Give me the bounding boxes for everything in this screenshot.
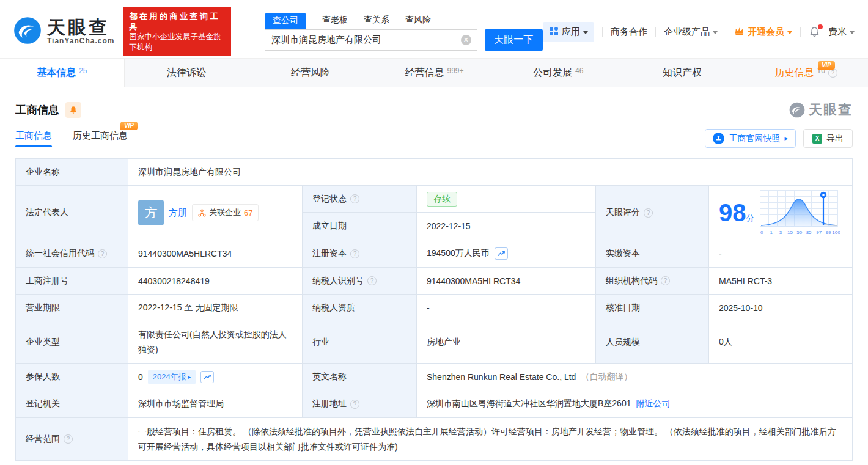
field-label: 实缴资本	[596, 240, 709, 268]
help-icon[interactable]: ?	[98, 249, 107, 258]
score-cell: 98分 0	[709, 186, 852, 240]
field-label: 核准日期	[596, 295, 709, 321]
english-name-cell: Shenzhen Runkun Real Estate Co., Ltd （自动…	[417, 364, 852, 390]
help-icon[interactable]: ?	[350, 194, 359, 203]
tab-operation-risk[interactable]: 经营风险	[248, 59, 372, 87]
enterprise-menu[interactable]: 企业级产品	[664, 26, 718, 38]
english-name: Shenzhen Runkun Real Estate Co., Ltd	[427, 372, 576, 382]
reg-capital-cell: 194500万人民币	[417, 240, 596, 268]
user-menu[interactable]: 费米	[828, 26, 855, 38]
search-tab-relation[interactable]: 查关系	[364, 13, 389, 29]
paid-capital: -	[709, 240, 852, 268]
official-snapshot-button[interactable]: 工商官网快照 ▸	[705, 129, 796, 148]
search-tab-risk[interactable]: 查风险	[405, 13, 431, 29]
insured-cell: 0 2024年报 ▸	[128, 364, 303, 390]
crown-icon	[734, 26, 745, 37]
business-info-table: 企业名称 深圳市润昆房地产有限公司 法定代表人 方 方朋 关联企业 67 登记状…	[15, 158, 853, 461]
avatar[interactable]: 方	[138, 200, 164, 225]
watermark-logo-icon	[789, 102, 805, 118]
tab-legal-litigation[interactable]: 法律诉讼	[125, 59, 249, 87]
field-label: 人员规模	[596, 321, 709, 364]
search-button[interactable]: 天眼一下	[485, 29, 543, 51]
nearby-companies-link[interactable]: 附近公司	[636, 398, 670, 409]
page-title: 工商信息	[15, 103, 59, 117]
export-button[interactable]: X 导出	[803, 129, 853, 148]
tab-history-info[interactable]: VIP 历史信息 10 ?	[744, 59, 868, 87]
field-label: 工商注册号	[16, 268, 128, 295]
tab-intellectual-property[interactable]: 知识产权	[620, 59, 745, 87]
field-label: 纳税人识别号 ?	[303, 268, 417, 295]
annual-report-badge[interactable]: 2024年报 ▸	[148, 370, 196, 384]
help-icon[interactable]: ?	[350, 400, 359, 409]
arrow-right-icon: ▸	[188, 374, 191, 380]
stamp-icon	[713, 133, 724, 144]
cooperation-menu[interactable]: 商务合作	[611, 26, 647, 38]
apps-label: 应用	[562, 26, 580, 38]
subscribe-bell-button[interactable]	[65, 102, 81, 118]
notification-dot	[818, 24, 823, 29]
search-area: 查公司 查老板 查关系 查风险 ✕ 天眼一下	[265, 13, 543, 51]
search-tab-company[interactable]: 查公司	[265, 13, 306, 29]
related-companies-badge[interactable]: 关联企业 67	[192, 204, 259, 221]
slogan-line2: 国家中小企业发展子基金旗下机构	[129, 32, 225, 53]
tab-company-development[interactable]: 公司发展 46	[496, 59, 620, 87]
notification-bell[interactable]	[809, 26, 820, 38]
field-label: 天眼评分 ?	[596, 186, 709, 240]
trend-chart-icon[interactable]	[200, 371, 214, 383]
business-term: 2022-12-15 至 无固定期限	[128, 295, 303, 321]
taxpayer-id: 91440300MA5HLRCT34	[417, 268, 596, 295]
tab-basic-info[interactable]: 基本信息 25	[0, 59, 125, 87]
help-icon[interactable]: ?	[350, 249, 359, 258]
help-icon[interactable]: ?	[367, 276, 377, 285]
vip-menu[interactable]: 开通会员	[734, 26, 792, 38]
subtab-business-info[interactable]: 工商信息	[15, 130, 52, 147]
subtab-history-business-info[interactable]: 历史工商信息 VIP	[73, 130, 128, 147]
help-icon[interactable]: ?	[661, 276, 670, 285]
field-label: 法定代表人	[16, 186, 128, 240]
reg-status-cell: 存续	[417, 186, 596, 213]
staff-size: 0人	[709, 321, 852, 364]
field-label: 登记状态 ?	[303, 186, 417, 213]
vip-badge: VIP	[818, 61, 835, 70]
subtab-row: 工商信息 历史工商信息 VIP 工商官网快照 ▸ X 导出	[15, 129, 853, 148]
field-label: 参保人数	[16, 364, 128, 390]
header-menu: 应用 商务合作 企业级产品 开通会员 费米	[543, 22, 855, 42]
chevron-down-icon	[583, 31, 588, 34]
apps-menu[interactable]: 应用	[543, 22, 594, 42]
main-nav: 基本信息 25 法律诉讼 经营风险 经营信息 999+ 公司发展 46 知识产权…	[0, 58, 868, 87]
company-name: 深圳市润昆房地产有限公司	[128, 159, 852, 186]
header: 天眼查 TianYanCha.com 都在用的商业查询工具 国家中小企业发展子基…	[0, 5, 868, 58]
brand-slogan-badge: 都在用的商业查询工具 国家中小企业发展子基金旗下机构	[123, 7, 231, 56]
field-label: 营业期限	[16, 295, 128, 321]
field-label: 注册资本 ?	[303, 240, 417, 268]
trend-chart-icon[interactable]	[495, 247, 508, 260]
help-icon[interactable]: ?	[64, 434, 73, 444]
score-distribution-chart: 0 1 3 15 50 85 97 99 100	[760, 190, 838, 235]
company-type: 有限责任公司(自然人投资或控股的法人独资)	[128, 321, 303, 364]
tianyancha-logo[interactable]: 天眼查 TianYanCha.com	[13, 16, 114, 47]
section-header: 工商信息 天眼查	[15, 101, 853, 119]
industry: 房地产业	[417, 321, 596, 364]
legal-rep-link[interactable]: 方朋	[169, 207, 187, 219]
vip-label: 开通会员	[748, 26, 784, 38]
field-label: 组织机构代码 ?	[596, 268, 709, 295]
help-icon[interactable]: ?	[644, 208, 653, 218]
field-label: 行业	[303, 321, 417, 364]
clear-icon[interactable]: ✕	[461, 35, 471, 45]
field-label: 经营范围 ?	[16, 418, 128, 460]
watermark-logo: 天眼查	[789, 101, 853, 119]
search-input[interactable]	[265, 29, 477, 51]
tab-operation-info[interactable]: 经营信息 999+	[372, 59, 496, 87]
slogan-line1: 都在用的商业查询工具	[129, 11, 225, 32]
top-divider	[0, 0, 868, 5]
username: 费米	[828, 26, 847, 38]
chevron-down-icon	[713, 31, 718, 34]
search-tab-boss[interactable]: 查老板	[322, 13, 348, 29]
reg-number: 440300218248419	[128, 268, 303, 295]
brand-name: 天眼查	[47, 18, 114, 37]
field-label: 企业名称	[16, 159, 128, 186]
vip-badge: VIP	[120, 122, 138, 130]
status-badge: 存续	[427, 192, 457, 207]
chevron-down-icon	[850, 31, 855, 34]
tianyancha-logo-icon	[13, 16, 42, 47]
